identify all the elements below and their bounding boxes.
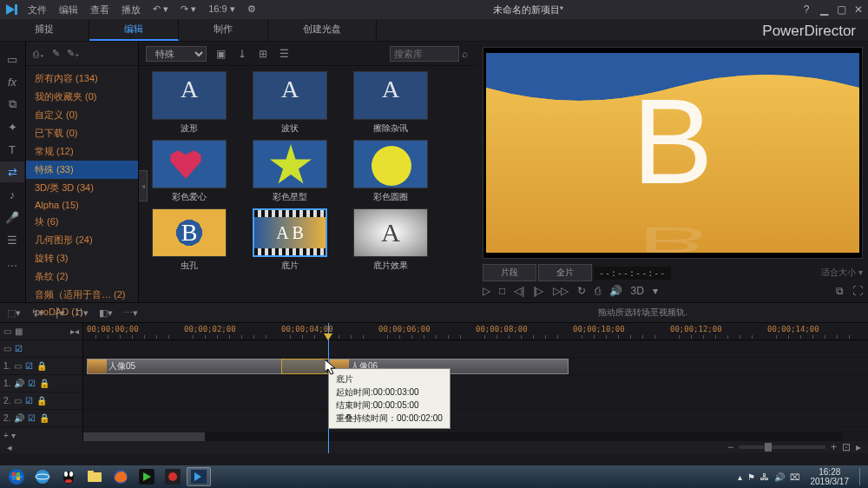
track-tool-icon[interactable]: ▦ [15, 326, 23, 336]
fx-room-icon[interactable]: fx [0, 71, 24, 92]
import-icon[interactable]: ⎙▾ [33, 49, 45, 59]
time-ruler[interactable]: 00;00;00;0000;00;02;0000;00;04;0000;00;0… [83, 323, 868, 340]
tab-edit[interactable]: 编辑 [89, 19, 179, 41]
fit-dropdown[interactable]: 适合大小 ▾ [821, 267, 863, 279]
aspect-ratio-dropdown[interactable]: 16:9 ▾ [208, 3, 234, 16]
start-button[interactable] [3, 467, 30, 486]
list-view-icon[interactable]: ☰ [277, 48, 292, 60]
category-item[interactable]: 自定义 (0) [26, 106, 138, 124]
audio-track-2[interactable] [83, 410, 868, 427]
track-visible-icon[interactable]: ☑ [25, 396, 33, 406]
category-item[interactable]: Alpha (15) [26, 197, 138, 213]
tray-network-icon[interactable]: 🖧 [760, 472, 769, 482]
chapter-room-icon[interactable]: ☰ [0, 229, 24, 250]
audio-track-icon[interactable]: 🔊 [14, 379, 24, 388]
search-input[interactable] [390, 46, 459, 62]
tab-capture[interactable]: 捕捉 [0, 19, 89, 41]
category-item[interactable]: 所有内容 (134) [26, 69, 138, 88]
audio-track-icon[interactable]: 🔊 [14, 413, 24, 423]
category-item[interactable]: 我的收藏夹 (0) [26, 88, 138, 106]
zoom-in-button[interactable]: + [831, 441, 837, 453]
track-check-icon[interactable]: ☑ [15, 344, 23, 353]
category-dropdown[interactable]: 特殊 [146, 46, 207, 62]
effect-thumb[interactable]: 彩色圆圈 [349, 140, 432, 203]
video-track-2[interactable] [83, 392, 868, 410]
clock[interactable]: 16:28 2019/3/17 [806, 467, 855, 486]
plus-pen-icon[interactable]: ✎₊ [67, 48, 80, 59]
close-button[interactable]: ✕ [852, 3, 865, 16]
voice-room-icon[interactable]: 🎤 [0, 207, 24, 228]
subtitle-room-icon[interactable]: … [0, 252, 24, 273]
fit-zoom-button[interactable]: ⊡ [842, 441, 851, 453]
full-button[interactable]: 全片 [538, 264, 592, 281]
next-frame-button[interactable]: |▷ [533, 285, 543, 297]
grid-view-icon[interactable]: ⊞ [256, 48, 270, 60]
scroll-thumb[interactable] [83, 432, 205, 441]
tl-marker-icon[interactable]: ◧▾ [99, 307, 113, 319]
category-item[interactable]: 常规 (12) [26, 142, 138, 161]
category-item[interactable]: 3D/类 3D (34) [26, 179, 138, 197]
preview-menu-button[interactable]: ▾ [653, 285, 658, 297]
loop-button[interactable]: ↻ [577, 285, 586, 297]
stop-button[interactable]: □ [499, 285, 505, 297]
zoom-slider[interactable] [739, 445, 825, 449]
effect-thumb[interactable]: 彩色星型 [248, 140, 332, 203]
track-view-icon[interactable]: ▭ [3, 344, 11, 353]
video-track-icon[interactable]: ▭ [14, 396, 22, 406]
track-lock-icon[interactable]: 🔒 [36, 396, 47, 406]
tab-disc[interactable]: 创建光盘 [268, 19, 377, 41]
collapse-handle[interactable]: ◂ [139, 170, 148, 201]
taskbar-browser-icon[interactable] [30, 467, 55, 486]
marker-track[interactable] [83, 340, 868, 358]
category-item[interactable]: 条纹 (2) [26, 267, 138, 286]
effect-thumb[interactable]: A B底片 [248, 208, 332, 272]
undock-button[interactable]: ⧉ [836, 285, 844, 297]
tl-magnet-icon[interactable]: ⊓▾ [76, 307, 89, 319]
tray-battery-icon[interactable]: ⌧ [790, 472, 800, 482]
redo-icon[interactable]: ↷ ▾ [181, 3, 196, 16]
segment-button[interactable]: 片段 [483, 264, 536, 281]
transition-clip[interactable] [281, 359, 330, 374]
undo-icon[interactable]: ↶ ▾ [153, 3, 168, 16]
scroll-left-icon[interactable]: ◂ [7, 442, 12, 453]
effect-thumb[interactable]: 彩色爱心 [148, 140, 231, 203]
taskbar-explorer-icon[interactable] [82, 467, 107, 486]
effect-thumb[interactable]: A波形 [148, 71, 231, 135]
volume-button[interactable]: 🔊 [609, 285, 622, 297]
tl-split-icon[interactable]: ⎮▾ [55, 307, 65, 319]
threeD-button[interactable]: 3D [631, 285, 644, 297]
fast-forward-button[interactable]: ▷▷ [553, 285, 569, 297]
particle-room-icon[interactable]: ✦ [0, 116, 24, 137]
audio-track-1[interactable] [83, 375, 868, 392]
category-item[interactable]: 旋转 (3) [26, 249, 138, 267]
scroll-right-icon[interactable]: ▸ [856, 441, 861, 453]
title-room-icon[interactable]: T [0, 139, 24, 160]
new-folder-icon[interactable]: ▣ [214, 48, 228, 60]
settings-icon[interactable]: ⚙ [247, 3, 256, 16]
effect-thumb[interactable]: A擦除杂讯 [349, 71, 432, 135]
preview-viewport[interactable]: B B [483, 47, 863, 259]
help-icon[interactable]: ? [800, 3, 812, 16]
collapse-all-icon[interactable]: ▭ [3, 326, 11, 336]
show-desktop-button[interactable] [859, 468, 865, 485]
category-item[interactable]: 已下载 (0) [26, 124, 138, 142]
track-lock-icon[interactable]: 🔒 [39, 413, 49, 423]
pen-icon[interactable]: ✎ [52, 48, 60, 59]
track-visible-icon[interactable]: ☑ [28, 413, 36, 423]
minimize-button[interactable]: ▁ [818, 3, 830, 16]
taskbar-qq-icon[interactable] [56, 467, 81, 486]
horizontal-scrollbar[interactable] [83, 432, 842, 441]
menu-play[interactable]: 播放 [122, 3, 141, 16]
track-visible-icon[interactable]: ☑ [25, 361, 33, 371]
zoom-out-button[interactable]: − [727, 441, 733, 453]
track-visible-icon[interactable]: ☑ [28, 379, 36, 388]
category-item[interactable]: 块 (6) [26, 213, 138, 231]
tray-flag-icon[interactable]: ⚑ [747, 472, 755, 482]
tray-up-icon[interactable]: ▴ [738, 472, 742, 482]
effect-thumb[interactable]: A底片效果 [349, 208, 432, 272]
transition-room-icon[interactable]: ⇄ [0, 162, 24, 182]
category-item[interactable]: 音频（适用于音… (2) [26, 286, 138, 304]
search-icon[interactable]: ⌕ [459, 48, 470, 60]
zoom-thumb[interactable] [765, 443, 772, 452]
download-icon[interactable]: ⤓ [235, 48, 249, 60]
